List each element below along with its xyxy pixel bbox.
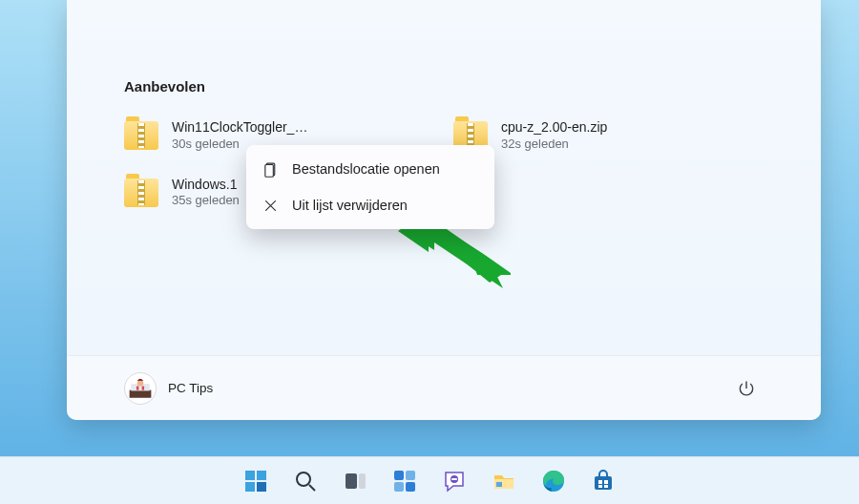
svg-rect-10: [245, 471, 255, 480]
svg-point-2: [137, 380, 144, 387]
svg-rect-29: [598, 485, 602, 488]
item-title: Windows.1: [172, 177, 240, 194]
item-title: Win11ClockToggler_1.3.1.zip: [172, 119, 315, 136]
svg-rect-20: [406, 482, 415, 492]
widgets-icon[interactable]: [385, 461, 425, 501]
menu-item-label: Uit lijst verwijderen: [292, 198, 408, 213]
svg-rect-16: [359, 473, 366, 489]
remove-icon: [262, 197, 279, 214]
svg-rect-22: [451, 478, 457, 480]
recommended-item[interactable]: cpu-z_2.00-en.zip 32s geleden: [453, 119, 764, 152]
file-location-icon: [262, 160, 279, 178]
svg-rect-6: [264, 164, 273, 177]
svg-rect-0: [130, 389, 152, 397]
svg-rect-26: [595, 476, 612, 490]
user-name: PC Tips: [168, 381, 213, 395]
menu-remove-from-list[interactable]: Uit lijst verwijderen: [246, 187, 494, 223]
svg-rect-17: [394, 471, 404, 480]
menu-item-label: Bestandslocatie openen: [292, 161, 440, 177]
svg-rect-4: [142, 386, 144, 389]
menu-open-file-location[interactable]: Bestandslocatie openen: [246, 151, 494, 187]
avatar: [124, 372, 157, 405]
svg-rect-24: [496, 482, 502, 487]
power-button[interactable]: [729, 371, 764, 406]
start-icon[interactable]: [236, 461, 276, 501]
item-title: cpu-z_2.00-en.zip: [501, 119, 607, 136]
store-icon[interactable]: [583, 461, 623, 501]
chat-icon[interactable]: [434, 461, 474, 501]
taskbar: [0, 456, 859, 504]
file-explorer-icon[interactable]: [484, 461, 524, 501]
zip-folder-icon: [124, 121, 158, 150]
svg-rect-27: [598, 480, 602, 484]
item-subtitle: 35s geleden: [172, 193, 240, 208]
start-menu-footer: PC Tips: [67, 355, 821, 420]
svg-rect-18: [406, 471, 415, 480]
item-subtitle: 32s geleden: [501, 136, 607, 152]
svg-rect-3: [136, 386, 138, 389]
svg-rect-12: [245, 482, 255, 492]
svg-rect-15: [346, 473, 357, 489]
user-account-button[interactable]: PC Tips: [124, 372, 213, 405]
search-icon[interactable]: [285, 461, 325, 501]
recommended-heading: Aanbevolen: [67, 0, 821, 94]
svg-rect-30: [604, 485, 608, 488]
svg-rect-28: [604, 480, 608, 484]
svg-rect-19: [394, 482, 404, 492]
svg-rect-11: [257, 471, 266, 480]
svg-rect-13: [257, 482, 266, 492]
edge-icon[interactable]: [534, 461, 574, 501]
svg-point-14: [297, 472, 310, 486]
zip-folder-icon: [124, 178, 158, 207]
task-view-icon[interactable]: [335, 461, 375, 501]
context-menu: Bestandslocatie openen Uit lijst verwijd…: [246, 145, 494, 229]
